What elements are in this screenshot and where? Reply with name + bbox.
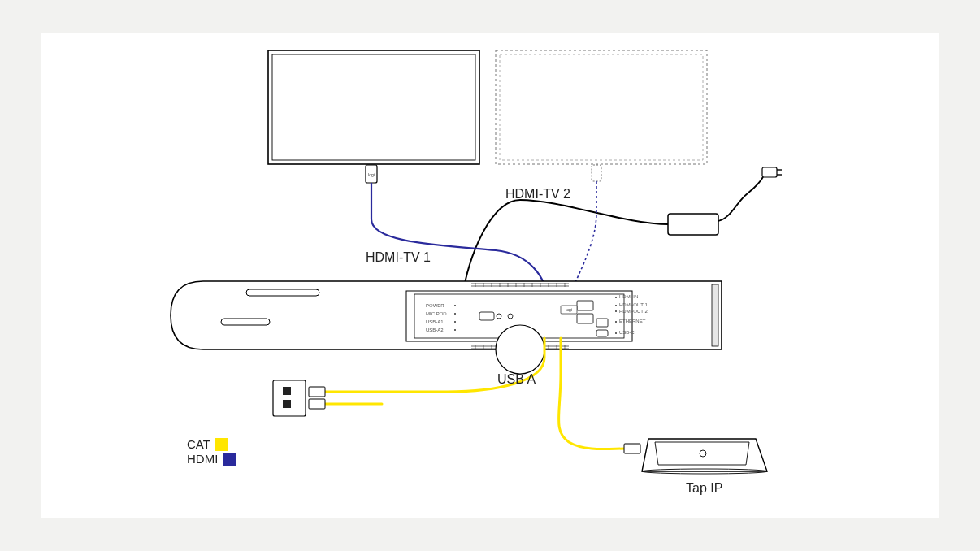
svg-point-49 [454, 313, 456, 315]
svg-rect-72 [624, 444, 640, 453]
svg-rect-68 [309, 399, 325, 409]
label-usb-a: USB A [497, 372, 536, 387]
svg-rect-5 [762, 167, 777, 177]
svg-point-55 [615, 321, 617, 323]
label-tap-ip: Tap IP [686, 481, 722, 496]
svg-rect-60 [577, 301, 593, 310]
svg-point-50 [454, 321, 456, 323]
svg-rect-15 [221, 319, 270, 325]
port-ethernet: ETHERNET [619, 319, 645, 323]
svg-rect-63 [596, 330, 608, 336]
port-power: POWER [426, 303, 444, 308]
port-usb-a2: USB-A2 [426, 328, 444, 332]
svg-rect-12 [592, 165, 601, 181]
svg-point-51 [454, 329, 456, 331]
svg-text:logi: logi [368, 172, 375, 177]
port-usb-a1: USB-A1 [426, 319, 444, 324]
svg-rect-66 [309, 387, 325, 397]
label-hdmi-tv1: HDMI-TV 1 [366, 250, 431, 265]
port-hdmi-out2: HDMI-OUT 2 [619, 309, 648, 314]
svg-point-54 [615, 310, 617, 312]
cat-cable-to-tap [559, 338, 641, 453]
tap-ip-device [642, 439, 767, 474]
svg-rect-69 [273, 380, 306, 416]
svg-rect-62 [596, 319, 608, 327]
legend-hdmi-swatch [223, 453, 236, 466]
svg-point-48 [454, 305, 456, 306]
svg-rect-70 [283, 387, 291, 395]
svg-point-52 [615, 297, 617, 298]
svg-rect-16 [246, 289, 319, 296]
svg-rect-1 [272, 54, 475, 160]
svg-point-53 [615, 305, 617, 306]
legend-cat-swatch [215, 438, 228, 451]
svg-point-74 [700, 450, 706, 457]
diagram-svg: logi [41, 33, 939, 518]
svg-rect-57 [479, 312, 494, 320]
legend: CAT HDMI [187, 437, 236, 466]
port-mic-pod: MIC POD [426, 311, 447, 316]
port-hdmi-in: HDMI-IN [619, 294, 638, 299]
svg-point-59 [508, 314, 513, 319]
display-2-optional [496, 50, 707, 164]
svg-rect-14 [712, 284, 718, 346]
svg-point-58 [497, 314, 501, 319]
svg-rect-71 [283, 400, 291, 408]
display-1 [268, 50, 479, 164]
port-usb-c: USB-C [619, 330, 635, 335]
svg-point-56 [615, 332, 617, 334]
legend-hdmi-label: HDMI [187, 452, 218, 466]
port-hdmi-out1: HDMI-OUT 1 [619, 302, 648, 307]
svg-point-47 [496, 325, 544, 374]
wall-plate [273, 380, 306, 416]
label-hdmi-tv2: HDMI-TV 2 [505, 187, 570, 202]
svg-rect-4 [668, 214, 718, 235]
legend-cat-label: CAT [187, 437, 210, 452]
svg-rect-3 [500, 54, 703, 160]
svg-text:logi: logi [566, 307, 572, 312]
rally-bar: logi [171, 281, 722, 374]
svg-rect-61 [577, 314, 593, 323]
diagram-canvas: logi [41, 33, 939, 518]
